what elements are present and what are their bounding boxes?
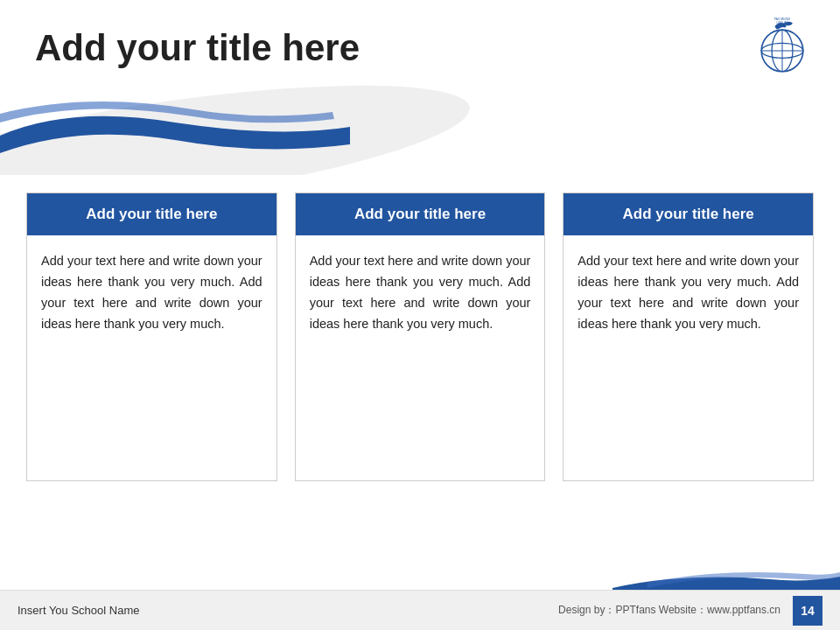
main-title: Add your title here <box>35 26 360 70</box>
column-2: Add your title here Add your text here a… <box>295 192 546 481</box>
columns-container: Add your title here Add your text here a… <box>26 192 814 481</box>
svg-text:LINGUAS: LINGUAS <box>776 21 788 24</box>
svg-text:PAX MUNDI: PAX MUNDI <box>774 18 791 21</box>
column-2-header: Add your title here <box>296 193 545 235</box>
column-1-body: Add your text here and write down your i… <box>27 235 276 480</box>
column-3: Add your title here Add your text here a… <box>563 192 814 481</box>
logo: PAX MUNDI LINGUAS <box>752 16 822 86</box>
bottom-swoosh-decoration <box>612 564 840 590</box>
column-3-header: Add your title here <box>564 193 813 235</box>
footer-bar: Insert You School Name Design by：PPTfans… <box>0 590 840 630</box>
credit-text: Design by：PPTfans Website：www.pptfans.cn <box>558 603 780 618</box>
column-2-body: Add your text here and write down your i… <box>296 235 545 480</box>
school-name: Insert You School Name <box>18 604 558 617</box>
slide: PAX MUNDI LINGUAS Add your title here Ad… <box>0 0 840 630</box>
column-1-header: Add your title here <box>27 193 276 235</box>
column-1: Add your title here Add your text here a… <box>26 192 277 481</box>
page-number: 14 <box>793 596 822 626</box>
column-3-body: Add your text here and write down your i… <box>564 235 813 480</box>
